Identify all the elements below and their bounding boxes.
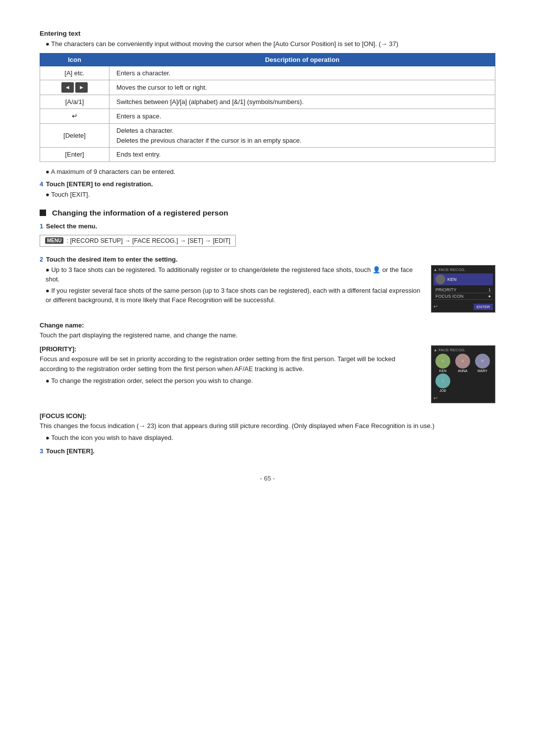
page-number: - 65 - [260, 475, 275, 482]
max-chars-note: A maximum of 9 characters can be entered… [46, 167, 495, 177]
step1-text: Select the menu. [46, 222, 97, 230]
fr1-footer: ↩ ENTER [433, 302, 493, 310]
table-header-icon: Icon [40, 53, 109, 66]
table-desc-cell: Deletes a character.Deletes the previous… [109, 124, 495, 148]
table-header-desc: Description of operation [109, 53, 495, 66]
focus-icon-text: This changes the focus indication (→ 23)… [40, 421, 495, 431]
fr1-title: ▲ FACE RECOG. [433, 268, 493, 272]
focus-icon-bullet: Touch the icon you wish to have displaye… [46, 433, 495, 443]
fr2-name: MARY [478, 369, 487, 373]
fr2-name: JOE [439, 389, 446, 392]
auto-cursor-note: The characters can be conveniently input… [46, 39, 495, 49]
priority-heading: [PRIORITY]: [40, 345, 495, 353]
fr1-focus-icon-label: FOCUS ICON [435, 294, 464, 299]
priority-text: Focus and exposure will be set in priori… [40, 354, 495, 374]
change-name-heading: Change name: [40, 322, 495, 329]
step3: 3 Touch [ENTER]. [40, 447, 495, 455]
fr2-name: ANNA [458, 369, 467, 373]
step2: 2 Touch the desired item to enter the se… [40, 256, 495, 263]
step2-text: Touch the desired item to enter the sett… [46, 256, 178, 263]
fr2-person: KKEN [433, 354, 452, 373]
step4-num: 4 [40, 180, 43, 188]
bullet-3shots: Up to 3 face shots can be registered. To… [46, 265, 495, 284]
step1: 1 Select the menu. [40, 222, 495, 230]
fr2-title: ▲ FACE RECOG. [433, 348, 493, 352]
table-row: ↵ [40, 109, 109, 124]
priority-bullet1: To change the registration order, select… [46, 376, 495, 386]
entering-text-section: Entering text The characters can be conv… [40, 30, 495, 200]
table-desc-line: Deletes a character. [116, 126, 488, 136]
fr1-focus-icon-value: ● [488, 294, 491, 299]
table-row: [Enter] [40, 148, 109, 162]
priority-section: ▲ FACE RECOG. KKENAANNAMMARYJJOE ↩ [PRIO… [40, 345, 495, 407]
fr2-footer: ↩ [433, 394, 493, 401]
table-row: ◄ ► [40, 80, 109, 95]
step2-content: ▲ FACE RECOG. KEN PRIORITY 1 FOCUS ICON … [40, 265, 495, 317]
table-row: [Delete] [40, 124, 109, 148]
fr2-persons-grid: KKENAANNAMMARYJJOE [433, 354, 493, 392]
fr2-person: AANNA [453, 354, 472, 373]
fr2-name: KEN [439, 369, 446, 373]
table-desc-cell: Enters a space. [109, 109, 495, 124]
black-square-icon [40, 210, 46, 216]
fr2-back-icon: ↩ [433, 395, 437, 401]
table-desc-cell: Switches between [A]/[a] (alphabet) and … [109, 95, 495, 109]
fr1-name: KEN [447, 277, 457, 282]
step3-num: 3 [40, 447, 43, 455]
step1-num: 1 [40, 222, 43, 230]
table-desc-cell: Ends text entry. [109, 148, 495, 162]
fr2-avatar: J [435, 374, 450, 388]
step4: 4 Touch [ENTER] to end registration. [40, 180, 495, 188]
step4-bullet: Touch [EXIT]. [46, 190, 495, 200]
fr2-person: JJOE [433, 374, 452, 392]
fr1-focus-icon-row: FOCUS ICON ● [433, 293, 493, 300]
fr2-avatar: A [455, 354, 470, 369]
table-row: [A] etc. [40, 66, 109, 80]
section-title: Changing the information of a registered… [52, 209, 228, 217]
return-icon: ↵ [72, 111, 78, 121]
left-arrow-icon: ◄ [61, 82, 74, 93]
step3-text: Touch [ENTER]. [46, 447, 95, 455]
table-desc-line: Deletes the previous character if the cu… [116, 136, 488, 146]
fr1-avatar [435, 274, 445, 284]
bullet-several: If you register several face shots of th… [46, 286, 495, 305]
step2-num: 2 [40, 256, 43, 263]
face-recog-box1-container: ▲ FACE RECOG. KEN PRIORITY 1 FOCUS ICON … [431, 265, 495, 313]
icon-table: Icon Description of operation [A] etc.En… [40, 53, 495, 162]
face-recog-box1: ▲ FACE RECOG. KEN PRIORITY 1 FOCUS ICON … [431, 265, 495, 313]
fr2-person: MMARY [473, 354, 492, 373]
table-row: [A/a/1] [40, 95, 109, 109]
menu-path-box: MENU : [RECORD SETUP] → [FACE RECOG.] → … [40, 235, 236, 247]
fr1-back-icon: ↩ [433, 304, 437, 310]
fr2-avatar: K [435, 354, 450, 369]
fr2-avatar: M [475, 354, 490, 369]
entering-text-heading: Entering text [40, 30, 495, 37]
section-heading-changing: Changing the information of a registered… [40, 209, 495, 217]
menu-tag: MENU [45, 237, 63, 244]
menu-path-text: : [RECORD SETUP] → [FACE RECOG.] → [SET]… [66, 237, 230, 244]
right-arrow-icon: ► [75, 82, 88, 93]
fr1-name-row: KEN [433, 273, 493, 285]
face-recog-box2: ▲ FACE RECOG. KKENAANNAMMARYJJOE ↩ [431, 345, 495, 403]
fr1-priority-value: 1 [488, 287, 491, 292]
fr1-priority-row: PRIORITY 1 [433, 287, 493, 293]
step4-text: Touch [ENTER] to end registration. [46, 180, 153, 188]
fr1-priority-label: PRIORITY [435, 287, 457, 292]
table-desc-cell: Enters a character. [109, 66, 495, 80]
change-name-text: Touch the part displaying the registered… [40, 330, 495, 340]
focus-icon-heading: [FOCUS ICON]: [40, 412, 495, 420]
table-desc-cell: Moves the cursor to left or right. [109, 80, 495, 95]
face-recog-box2-container: ▲ FACE RECOG. KKENAANNAMMARYJJOE ↩ [431, 345, 495, 403]
fr1-enter-btn: ENTER [474, 304, 493, 310]
page-footer: - 65 - [40, 475, 495, 482]
